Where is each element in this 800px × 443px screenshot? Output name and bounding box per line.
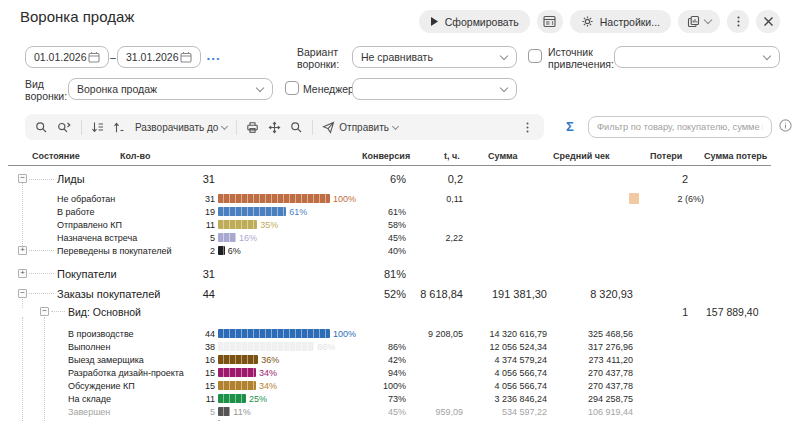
count-value: 2: [190, 246, 215, 256]
funnel-row[interactable]: Обсуждение КП1534%100%4 056 566,74270 43…: [0, 379, 800, 392]
expand-rows-button[interactable]: [91, 121, 104, 134]
col-header-loss-sum: Сумма потерь: [704, 151, 767, 161]
funnel-row[interactable]: −Лиды316%0,22: [0, 170, 800, 188]
count-bar: [218, 394, 246, 403]
source-checkbox[interactable]: [528, 49, 542, 63]
state-label: В работе: [0, 207, 190, 217]
count-bar: [218, 342, 314, 351]
funnel-row[interactable]: Завершен511%45%959,09534 597,22106 919,4…: [0, 405, 800, 418]
conversion-value: 52%: [362, 288, 406, 300]
calendar-icon[interactable]: [88, 51, 100, 63]
chevron-down-icon: [256, 84, 264, 92]
collapse-node-toggle[interactable]: −: [18, 289, 27, 298]
funnel-row[interactable]: Выполнен3886%86%12 056 524,34317 276,96: [0, 340, 800, 353]
toolbar-separator: [236, 120, 237, 135]
more-button[interactable]: [727, 10, 749, 33]
count-bar: [218, 194, 330, 203]
print-button[interactable]: [246, 121, 259, 134]
sum-value: 4 374 579,24: [463, 355, 547, 365]
source-label: Источникпривлечения:: [548, 46, 614, 70]
funnel-row[interactable]: −Вид: Основной1157 889,40: [0, 303, 800, 321]
funnel-row[interactable]: Отправлено КП1135%58%: [0, 218, 800, 231]
count-bar-cell: 16%: [218, 233, 362, 243]
conversion-value: 100%: [362, 381, 406, 391]
collapse-node-toggle[interactable]: −: [40, 307, 49, 316]
kebab-icon: [732, 15, 745, 28]
funnel-row[interactable]: Выезд замерщика1636%42%4 374 579,24273 4…: [0, 353, 800, 366]
filter-input[interactable]: [588, 116, 772, 138]
state-label: Отменен: [0, 420, 190, 422]
close-button[interactable]: [756, 10, 780, 33]
generate-button[interactable]: Сформировать: [419, 10, 530, 33]
zoom-button[interactable]: [290, 121, 303, 134]
settings-button[interactable]: Настройки...: [570, 10, 671, 33]
funnel-row[interactable]: +Покупатели3181%: [0, 265, 800, 283]
conversion-value: 6%: [362, 173, 406, 185]
collapse-rows-button[interactable]: [113, 121, 126, 134]
col-header-conversion: Конверсия: [362, 151, 410, 161]
state-label: Назначена встреча: [0, 233, 190, 243]
funnel-row[interactable]: В производстве44100%9 208,0514 320 616,7…: [0, 327, 800, 340]
funnel-kind-select[interactable]: Воронка продаж: [68, 78, 273, 100]
conversion-value: 45%: [362, 407, 406, 417]
sum-value: 14 320 616,79: [463, 329, 547, 339]
loss-value: 2: [633, 173, 706, 185]
period-from-input[interactable]: 01.01.2026: [25, 46, 109, 68]
count-bar-cell: 36%: [218, 355, 362, 365]
funnel-row[interactable]: На складе1125%73%3 236 846,24294 258,75: [0, 392, 800, 405]
state-label: Лиды: [0, 173, 190, 185]
info-icon[interactable]: [779, 119, 792, 132]
funnel-row[interactable]: В работе1961%61%: [0, 205, 800, 218]
col-header-sum: Сумма: [488, 151, 518, 161]
expand-node-toggle[interactable]: +: [18, 269, 27, 278]
funnel-row[interactable]: −Заказы покупателей4452%8 618,84191 381,…: [0, 285, 800, 303]
count-bar-cell: 34%: [218, 368, 362, 378]
col-header-state: Состояние: [32, 151, 80, 161]
funnel-row[interactable]: Отменен12%25%: [0, 418, 800, 421]
bar-percent-label: 100%: [333, 329, 356, 339]
avg-check-value: 317 276,96: [547, 342, 633, 352]
search-next-button[interactable]: [57, 121, 72, 134]
expand-node-toggle[interactable]: +: [18, 246, 27, 255]
variant-select[interactable]: Не сравнивать: [352, 46, 517, 68]
count-bar: [218, 220, 257, 229]
time-value: 959,09: [406, 407, 463, 417]
manager-select[interactable]: [352, 78, 517, 100]
bar-percent-label: 6%: [228, 246, 241, 256]
toolbar-more-button[interactable]: [521, 121, 534, 134]
chevron-down-icon: [704, 16, 712, 24]
count-value: 11: [190, 394, 215, 404]
count-bar-cell: 61%: [218, 207, 362, 217]
count-bar: [218, 246, 225, 255]
source-select[interactable]: [614, 46, 780, 68]
count-bar-cell: 35%: [218, 220, 362, 230]
funnel-row[interactable]: Разработка дизайн-проекта1534%94%4 056 5…: [0, 366, 800, 379]
sigma-totals-indicator[interactable]: Σ: [566, 119, 574, 134]
expand-to-button[interactable]: Разворачивать до: [135, 122, 227, 133]
report-variants-button[interactable]: [678, 10, 720, 33]
conversion-value: 94%: [362, 368, 406, 378]
period-to-input[interactable]: 31.01.2026: [117, 46, 201, 68]
count-bar: [218, 355, 258, 364]
funnel-row[interactable]: Назначена встреча516%45%2,22: [0, 231, 800, 244]
collapse-node-toggle[interactable]: −: [18, 174, 27, 183]
count-bar: [218, 368, 256, 377]
filters-row-1: 01.01.2026 – 31.01.2026 ••• Вариантворон…: [0, 46, 800, 72]
report-structure-button[interactable]: [537, 10, 563, 33]
calendar-icon[interactable]: [180, 51, 192, 63]
fit-width-button[interactable]: [268, 121, 281, 134]
send-button[interactable]: Отправить: [322, 121, 398, 134]
bar-percent-label: 36%: [261, 355, 279, 365]
filters-row-2: Видворонки: Воронка продаж Менеджер:: [0, 78, 800, 104]
sum-value: 12 056 524,34: [463, 342, 547, 352]
funnel-row[interactable]: +Переведены в покупателей26%40%: [0, 244, 800, 257]
funnel-row[interactable]: Не обработан31100%0,112 (6%): [0, 192, 800, 205]
search-button[interactable]: [35, 121, 48, 134]
count-bar-cell: 100%: [218, 194, 362, 204]
conversion-value: 81%: [362, 268, 406, 280]
bar-percent-label: 34%: [259, 368, 277, 378]
period-more-link[interactable]: •••: [207, 54, 221, 63]
toolbar-row: Разворачивать до Отправить: [0, 114, 800, 140]
manager-checkbox[interactable]: [285, 81, 299, 95]
count-value: 44: [190, 329, 215, 339]
